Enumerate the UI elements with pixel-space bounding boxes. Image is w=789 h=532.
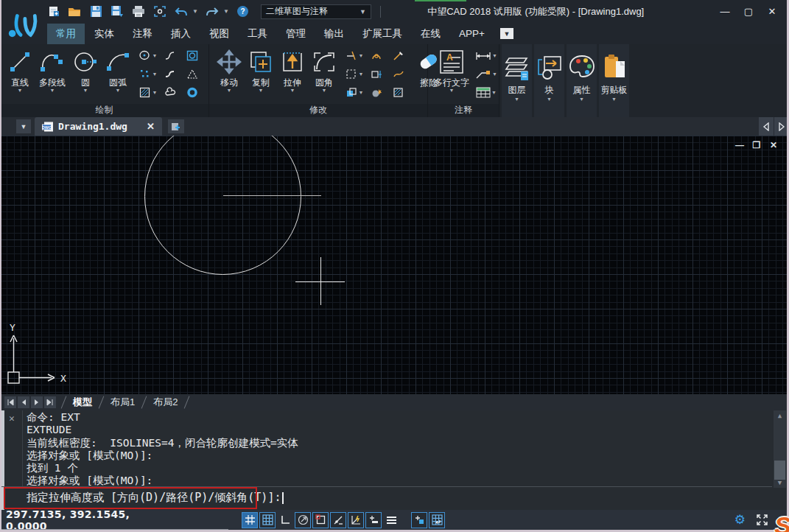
ribbon-minimize-icon[interactable]: ▼ [500, 28, 513, 39]
layout-tab-1[interactable]: 布局1 [102, 394, 144, 410]
tab-annotate[interactable]: 注释 [124, 24, 161, 44]
align-icon[interactable] [367, 69, 386, 80]
new-file-icon[interactable] [46, 4, 60, 19]
tab-list-dropdown-icon[interactable]: ▼ [16, 119, 31, 133]
open-folder-icon[interactable] [67, 4, 82, 19]
matchprop-icon[interactable] [389, 50, 408, 61]
plot-preview-icon[interactable] [152, 4, 167, 19]
spline-icon[interactable] [161, 50, 180, 61]
save-as-icon[interactable] [110, 4, 125, 19]
grid-icon[interactable] [259, 512, 276, 528]
tab-app-plus[interactable]: APP+ [450, 24, 494, 43]
snap-icon[interactable] [242, 512, 258, 528]
command-scrollbar[interactable]: ▲ ▼ [774, 410, 786, 488]
first-layout-icon[interactable] [4, 396, 16, 408]
editpolyline-icon[interactable] [389, 69, 408, 80]
dimension-icon[interactable]: ▼ [474, 51, 499, 61]
viewport-minimize-icon[interactable]: — [734, 140, 745, 150]
block-button[interactable]: 块 ▼ [534, 44, 564, 117]
osnap-icon[interactable] [312, 512, 329, 528]
drawing-canvas[interactable]: — ❐ ✕ Y X [0, 136, 789, 394]
scale-icon[interactable]: ▼ [345, 87, 364, 98]
command-close-icon[interactable]: ✕ [9, 413, 15, 424]
viewport-grid-icon[interactable] [429, 512, 445, 528]
copy-button[interactable]: 复制 ▼ [245, 46, 277, 94]
help-icon[interactable]: ? [236, 4, 250, 19]
settings-gear-icon[interactable]: ⚙ [734, 512, 746, 528]
fullscreen-icon[interactable] [756, 514, 768, 526]
tab-manage[interactable]: 管理 [277, 24, 315, 44]
scroll-down-icon[interactable]: ▼ [774, 477, 786, 488]
break-icon[interactable]: ▼ [345, 69, 364, 80]
move-button[interactable]: 移动 ▼ [214, 46, 245, 94]
region-icon[interactable] [183, 50, 202, 61]
undo-dropdown-icon[interactable]: ▼ [192, 8, 198, 15]
close-tab-icon[interactable]: ✕ [147, 121, 155, 132]
tab-solid[interactable]: 实体 [85, 24, 123, 44]
new-tab-icon[interactable] [168, 119, 184, 133]
drawn-circle[interactable] [144, 136, 301, 275]
clipboard-button[interactable]: 剪贴板 ▼ [599, 44, 629, 117]
point-icon[interactable]: ▼ [138, 69, 158, 80]
redo-icon[interactable] [205, 4, 220, 19]
polyline-button[interactable]: 多段线 ▼ [35, 46, 69, 94]
table-icon[interactable]: ▼ [474, 87, 499, 98]
leader-icon[interactable]: ▼ [474, 69, 499, 80]
document-tab[interactable]: DWG Drawing1.dwg ✕ [35, 117, 162, 136]
ellipse-icon[interactable]: ▼ [138, 50, 158, 61]
panel-title-annotate[interactable]: 注释 [428, 104, 499, 117]
panel-title-draw[interactable]: 绘制 [0, 104, 208, 117]
print-icon[interactable] [131, 4, 146, 19]
wipeout-icon[interactable] [183, 69, 202, 80]
dynamic-input-icon[interactable] [348, 512, 364, 528]
lineweight-icon[interactable] [365, 512, 382, 528]
revcloud-icon[interactable] [161, 87, 180, 98]
close-icon[interactable]: ✕ [764, 5, 780, 18]
tab-insert[interactable]: 插入 [162, 24, 200, 44]
viewport-close-icon[interactable]: ✕ [768, 140, 779, 150]
save-icon[interactable] [88, 4, 103, 19]
minimize-icon[interactable]: — [717, 5, 733, 18]
trim-icon[interactable]: ▼ [345, 50, 364, 61]
edithatch-icon[interactable] [389, 87, 408, 98]
spline-fit-icon[interactable] [161, 69, 180, 80]
ortho-icon[interactable] [277, 512, 293, 528]
line-button[interactable]: 直线 ▼ [4, 46, 35, 94]
tab-express[interactable]: 扩展工具 [354, 24, 411, 44]
next-layout-icon[interactable] [31, 396, 43, 408]
model-paper-icon[interactable] [411, 512, 427, 528]
command-line-panel[interactable]: ✕ 命令: EXT EXTRUDE 当前线框密度: ISOLINES=4，闭合轮… [0, 410, 789, 510]
circle-button[interactable]: 圆 ▼ [69, 46, 102, 94]
fillet-button[interactable]: 圆角 ▼ [308, 46, 340, 94]
menu-icon[interactable] [383, 512, 399, 528]
prev-layout-icon[interactable] [18, 396, 29, 408]
workspace-dropdown[interactable]: 二维草图与注释 ▼ [261, 4, 371, 19]
layers-button[interactable]: 图层 ▼ [502, 44, 532, 117]
maximize-icon[interactable]: ▢ [740, 5, 757, 18]
tab-output[interactable]: 输出 [315, 24, 353, 44]
last-layout-icon[interactable] [44, 396, 56, 408]
layout-tab-2[interactable]: 布局2 [144, 394, 186, 410]
arc-button[interactable]: 圆弧 ▼ [102, 46, 134, 94]
layers-icon [503, 50, 531, 84]
redo-dropdown-icon[interactable]: ▼ [223, 8, 229, 15]
donut-icon[interactable] [183, 87, 202, 98]
properties-button[interactable]: 属性 ▼ [567, 44, 597, 117]
scroll-left-icon[interactable] [759, 117, 774, 136]
tab-view[interactable]: 视图 [200, 24, 238, 44]
stretch-button[interactable]: 拉伸 ▼ [277, 46, 308, 94]
viewport-restore-icon[interactable]: ❐ [751, 140, 762, 150]
panel-title-modify[interactable]: 修改 [209, 104, 427, 117]
layout-tab-model[interactable]: 模型 [64, 394, 101, 410]
otrack-icon[interactable] [330, 512, 346, 528]
tab-tools[interactable]: 工具 [239, 24, 276, 44]
undo-icon[interactable] [174, 4, 189, 19]
hatch-icon[interactable]: ▼ [138, 87, 158, 98]
tab-home[interactable]: 常用 [47, 24, 85, 44]
mtext-button[interactable]: A 多行文字 ▼ [431, 46, 472, 94]
explode-icon[interactable] [367, 87, 386, 98]
tab-online[interactable]: 在线 [412, 24, 449, 44]
polar-icon[interactable] [295, 512, 311, 528]
scroll-up-icon[interactable]: ▲ [774, 410, 786, 421]
offset-icon[interactable] [367, 50, 386, 61]
